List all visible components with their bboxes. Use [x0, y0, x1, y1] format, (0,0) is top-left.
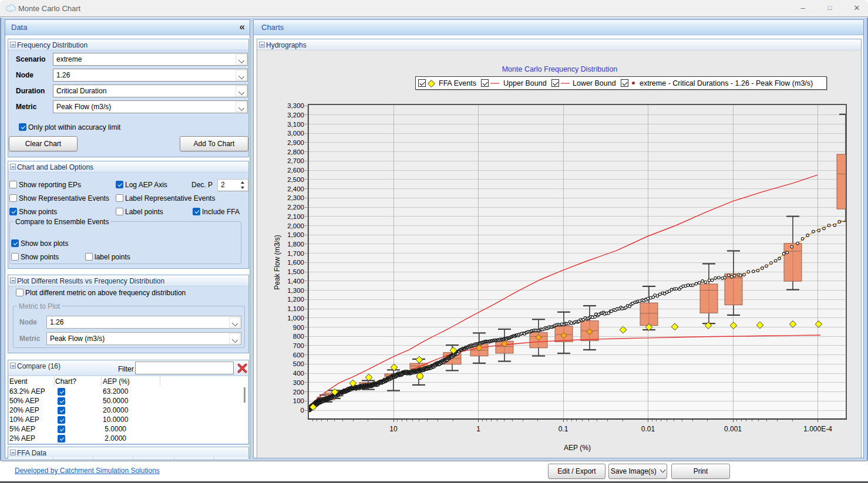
- svg-text:300: 300: [293, 379, 304, 386]
- svg-text:1,800: 1,800: [287, 241, 304, 248]
- svg-text:2,500: 2,500: [287, 176, 304, 183]
- svg-text:700: 700: [293, 342, 304, 349]
- svg-text:500: 500: [293, 360, 304, 367]
- svg-text:0.1: 0.1: [559, 425, 568, 433]
- svg-text:900: 900: [293, 324, 304, 331]
- svg-text:AEP (%): AEP (%): [564, 444, 591, 452]
- svg-text:2,400: 2,400: [287, 185, 304, 192]
- svg-text:1,500: 1,500: [287, 268, 304, 275]
- svg-text:200: 200: [293, 389, 304, 396]
- svg-text:2,200: 2,200: [287, 204, 304, 211]
- svg-text:100: 100: [293, 397, 304, 404]
- svg-text:2,900: 2,900: [287, 139, 304, 146]
- svg-text:0.001: 0.001: [724, 425, 742, 433]
- svg-text:2,700: 2,700: [287, 157, 304, 164]
- svg-text:3,200: 3,200: [287, 112, 304, 119]
- svg-text:800: 800: [293, 333, 304, 340]
- svg-text:600: 600: [293, 352, 304, 359]
- svg-text:1,000: 1,000: [287, 315, 304, 322]
- svg-text:1,900: 1,900: [287, 231, 304, 238]
- svg-text:3,100: 3,100: [287, 121, 304, 128]
- svg-text:1,600: 1,600: [287, 259, 304, 266]
- svg-text:1,400: 1,400: [287, 278, 304, 285]
- svg-text:400: 400: [293, 370, 304, 377]
- svg-text:Peak Flow (m3/s): Peak Flow (m3/s): [273, 235, 281, 289]
- svg-text:2,600: 2,600: [287, 167, 304, 174]
- svg-text:1,300: 1,300: [287, 287, 304, 294]
- svg-text:1: 1: [476, 425, 480, 433]
- svg-text:0: 0: [301, 407, 304, 414]
- svg-text:10: 10: [389, 425, 398, 433]
- svg-text:1,100: 1,100: [287, 305, 304, 312]
- svg-text:2,300: 2,300: [287, 194, 304, 201]
- svg-text:1,200: 1,200: [287, 296, 304, 303]
- svg-text:3,000: 3,000: [287, 130, 304, 137]
- svg-text:3,300: 3,300: [287, 102, 304, 109]
- svg-text:2,100: 2,100: [287, 213, 304, 220]
- svg-text:2,000: 2,000: [287, 222, 304, 229]
- svg-text:0.01: 0.01: [641, 425, 655, 433]
- svg-text:1,700: 1,700: [287, 250, 304, 257]
- svg-text:1.000E-4: 1.000E-4: [803, 425, 832, 433]
- svg-text:2,800: 2,800: [287, 148, 304, 156]
